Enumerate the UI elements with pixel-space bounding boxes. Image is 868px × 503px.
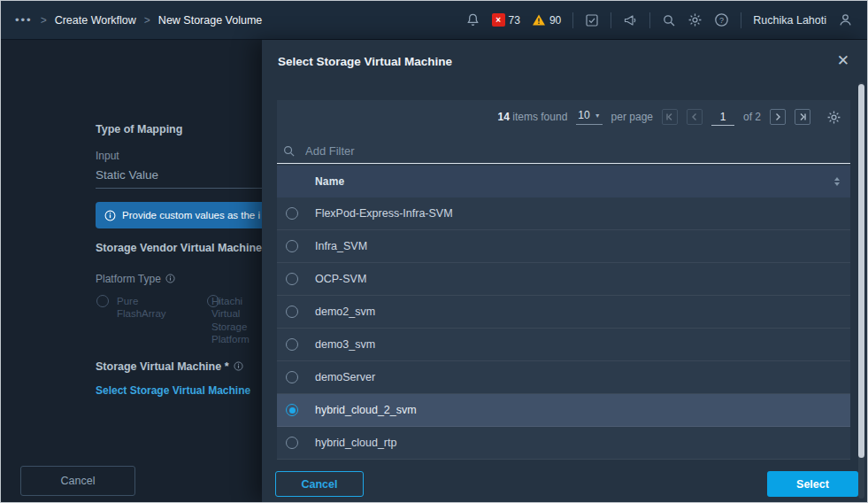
svm-name: hybrid_cloud_2_svm bbox=[315, 404, 417, 416]
type-of-mapping-label: Type of Mapping bbox=[96, 123, 182, 135]
divider bbox=[741, 12, 741, 28]
modal-select-button[interactable]: Select bbox=[767, 471, 858, 497]
input-label: Input bbox=[96, 150, 119, 162]
divider bbox=[649, 12, 650, 28]
table-settings-gear-icon[interactable] bbox=[826, 110, 841, 125]
radio-button[interactable] bbox=[286, 437, 298, 449]
radio-button[interactable] bbox=[286, 371, 298, 383]
radio-button[interactable] bbox=[286, 240, 298, 252]
first-page-button[interactable] bbox=[662, 109, 678, 125]
chevron-right-icon: > bbox=[41, 14, 47, 27]
workflow-mapping-panel: Type of Mapping Input Static Value Provi… bbox=[1, 40, 262, 502]
breadcrumb: ••• > Create Workflow > New Storage Volu… bbox=[15, 13, 262, 27]
platform-option-pure: Pure FlashArray bbox=[117, 295, 172, 321]
divider bbox=[572, 12, 573, 28]
storage-vendor-vm-title: Storage Vendor Virtual Machine bbox=[96, 242, 262, 254]
table-row[interactable]: OCP-SVM bbox=[277, 263, 850, 296]
app-header: ••• > Create Workflow > New Storage Volu… bbox=[1, 1, 867, 40]
info-icon bbox=[234, 361, 243, 374]
chevron-down-icon: ▼ bbox=[595, 112, 601, 119]
table-toolbar: 14 items found 10 ▼ per page of 2 bbox=[277, 104, 850, 130]
search-icon[interactable] bbox=[662, 13, 676, 27]
announcements-megaphone-icon[interactable] bbox=[623, 13, 638, 27]
svg-text:?: ? bbox=[719, 16, 724, 25]
warning-alerts[interactable]: 90 bbox=[532, 13, 561, 27]
items-found-text: 14 items found bbox=[498, 111, 568, 123]
per-page-select[interactable]: 10 ▼ bbox=[576, 109, 602, 125]
error-badge-icon: × bbox=[492, 13, 505, 27]
page-number-input[interactable] bbox=[711, 109, 734, 126]
breadcrumb-create-workflow[interactable]: Create Workflow bbox=[55, 14, 136, 27]
table-row[interactable]: hybrid_cloud_rtp bbox=[277, 427, 850, 460]
svm-name: hybrid_cloud_rtp bbox=[315, 437, 396, 449]
tasks-icon[interactable] bbox=[585, 13, 599, 27]
radio-button[interactable] bbox=[286, 338, 298, 351]
last-page-button[interactable] bbox=[795, 109, 810, 125]
svm-name: demoServer bbox=[315, 371, 375, 383]
table-row[interactable]: demoServer bbox=[277, 361, 850, 394]
info-icon bbox=[165, 274, 175, 286]
total-pages-text: of 2 bbox=[743, 111, 761, 123]
info-banner-text: Provide custom values as the i bbox=[122, 210, 260, 221]
table-row[interactable]: FlexPod-Express-Infra-SVM bbox=[277, 197, 850, 230]
select-svm-modal: Select Storage Virtual Machine ✕ 14 item… bbox=[262, 40, 867, 502]
radio-button[interactable] bbox=[286, 306, 298, 318]
scrollbar-thumb[interactable] bbox=[858, 84, 864, 458]
per-page-label: per page bbox=[611, 111, 653, 123]
warning-count: 90 bbox=[549, 14, 561, 27]
table-row[interactable]: demo2_svm bbox=[277, 296, 850, 329]
radio-button-checked[interactable] bbox=[286, 404, 298, 416]
filter-bar bbox=[277, 139, 850, 164]
svm-name: demo2_svm bbox=[315, 306, 375, 318]
select-svm-link[interactable]: Select Storage Virtual Machine bbox=[96, 384, 250, 397]
user-name[interactable]: Ruchika Lahoti bbox=[753, 14, 826, 27]
error-count: 73 bbox=[509, 14, 520, 27]
radio-button[interactable] bbox=[286, 273, 298, 285]
next-page-button[interactable] bbox=[770, 109, 786, 125]
error-alerts[interactable]: × 73 bbox=[492, 13, 520, 27]
table-row-selected[interactable]: hybrid_cloud_2_svm bbox=[277, 394, 850, 427]
help-icon[interactable]: ? bbox=[714, 12, 729, 27]
platform-type-label: Platform Type bbox=[96, 273, 175, 286]
close-icon[interactable]: ✕ bbox=[837, 51, 849, 70]
chevron-right-icon: > bbox=[144, 14, 150, 27]
settings-gear-icon[interactable] bbox=[687, 12, 703, 27]
more-menu-icon[interactable]: ••• bbox=[15, 13, 33, 27]
modal-title: Select Storage Virtual Machine bbox=[278, 55, 452, 68]
mapping-type-select[interactable]: Static Value bbox=[96, 168, 262, 189]
header-actions: × 73 90 ? bbox=[465, 12, 853, 28]
workflow-cancel-button[interactable]: Cancel bbox=[20, 466, 135, 496]
svm-name: demo3_svm bbox=[315, 338, 375, 351]
breadcrumb-new-storage-volume: New Storage Volume bbox=[158, 14, 262, 27]
modal-cancel-button[interactable]: Cancel bbox=[275, 471, 364, 497]
table-row[interactable]: demo3_svm bbox=[277, 329, 850, 361]
svm-field-label: Storage Virtual Machine * bbox=[96, 360, 243, 374]
platform-option-hitachi: Hitachi Virtual Storage Platform bbox=[211, 295, 262, 346]
table-row[interactable]: Infra_SVM bbox=[277, 230, 850, 263]
divider bbox=[611, 12, 611, 28]
info-icon bbox=[104, 210, 116, 221]
app-window: ••• > Create Workflow > New Storage Volu… bbox=[0, 0, 868, 503]
svm-name: Infra_SVM bbox=[315, 240, 367, 252]
warning-triangle-icon bbox=[532, 13, 546, 27]
info-banner: Provide custom values as the i bbox=[96, 202, 262, 228]
sort-icon[interactable] bbox=[834, 177, 840, 186]
svm-table-card: 14 items found 10 ▼ per page of 2 bbox=[277, 100, 850, 460]
name-column-header[interactable]: Name bbox=[315, 175, 344, 188]
search-icon bbox=[282, 144, 296, 158]
user-avatar-icon[interactable] bbox=[838, 12, 853, 27]
notifications-bell-icon[interactable] bbox=[465, 12, 480, 27]
svm-name: OCP-SVM bbox=[315, 273, 366, 285]
radio-button[interactable] bbox=[286, 207, 298, 220]
table-body: FlexPod-Express-Infra-SVM Infra_SVM OCP-… bbox=[277, 197, 850, 460]
radio-pure-flasharray[interactable] bbox=[96, 295, 109, 307]
add-filter-input[interactable] bbox=[303, 143, 847, 159]
table-header: Name bbox=[277, 166, 850, 197]
svm-name: FlexPod-Express-Infra-SVM bbox=[315, 207, 453, 220]
prev-page-button[interactable] bbox=[687, 109, 703, 125]
